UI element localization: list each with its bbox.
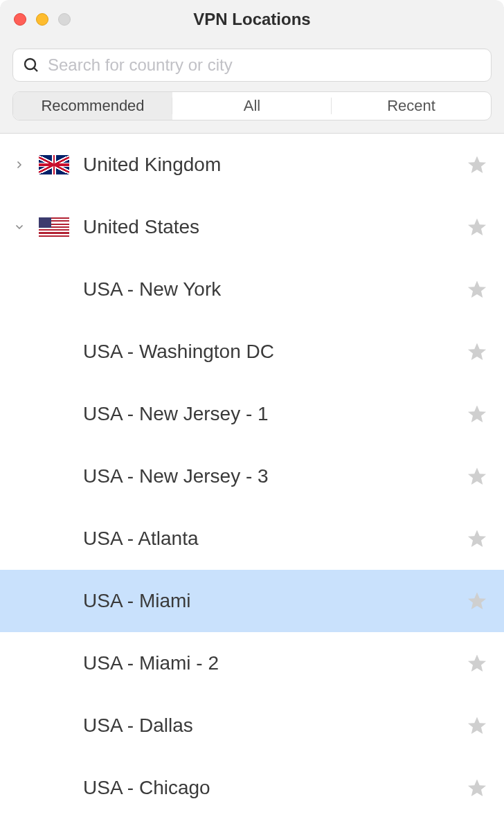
window-minimize-button[interactable] xyxy=(36,13,48,26)
location-label: USA - Miami xyxy=(76,590,460,612)
location-label: USA - Washington DC xyxy=(76,341,460,363)
svg-marker-8 xyxy=(468,530,486,547)
flag-us-icon xyxy=(39,217,69,237)
star-icon[interactable] xyxy=(467,404,487,424)
location-row-new-jersey-1[interactable]: USA - New Jersey - 1 xyxy=(0,383,504,445)
tab-label: All xyxy=(244,97,260,115)
location-row-miami[interactable]: USA - Miami xyxy=(0,570,504,632)
location-label: USA - Atlanta xyxy=(76,528,460,550)
svg-marker-3 xyxy=(468,219,486,235)
window-maximize-button[interactable] xyxy=(58,13,71,26)
star-icon[interactable] xyxy=(467,217,487,237)
tab-recommended[interactable]: Recommended xyxy=(13,92,172,120)
tab-recent[interactable]: Recent xyxy=(332,92,491,120)
star-icon[interactable] xyxy=(467,778,487,798)
search-icon xyxy=(23,57,39,73)
tab-all[interactable]: All xyxy=(172,92,332,120)
search-input[interactable] xyxy=(48,55,481,75)
titlebar: VPN Locations xyxy=(0,0,504,39)
svg-line-1 xyxy=(34,68,37,71)
location-label: USA - New Jersey - 1 xyxy=(76,403,460,425)
location-row-united-states[interactable]: United States xyxy=(0,196,504,258)
tab-label: Recommended xyxy=(41,97,144,115)
search-field[interactable] xyxy=(12,48,492,82)
window-controls xyxy=(14,13,71,26)
location-label: United Kingdom xyxy=(76,154,460,176)
tab-label: Recent xyxy=(387,97,435,115)
location-row-new-york[interactable]: USA - New York xyxy=(0,258,504,321)
location-label: USA - New York xyxy=(76,278,460,300)
star-icon[interactable] xyxy=(467,653,487,674)
location-list: United Kingdom United States USA - New Y… xyxy=(0,134,504,819)
flag-uk-icon xyxy=(39,155,69,174)
location-row-chicago[interactable]: USA - Chicago xyxy=(0,757,504,819)
location-row-miami-2[interactable]: USA - Miami - 2 xyxy=(0,632,504,694)
location-row-atlanta[interactable]: USA - Atlanta xyxy=(0,508,504,570)
location-row-new-jersey-3[interactable]: USA - New Jersey - 3 xyxy=(0,445,504,508)
star-icon[interactable] xyxy=(467,466,487,487)
svg-marker-6 xyxy=(468,406,486,422)
svg-point-0 xyxy=(25,59,35,69)
svg-marker-9 xyxy=(468,593,486,609)
star-icon[interactable] xyxy=(467,591,487,611)
star-icon[interactable] xyxy=(467,715,487,736)
location-label: United States xyxy=(76,216,460,238)
svg-marker-4 xyxy=(468,281,486,298)
star-icon[interactable] xyxy=(467,528,487,549)
star-icon[interactable] xyxy=(467,154,487,175)
location-label: USA - Chicago xyxy=(76,777,460,799)
svg-marker-11 xyxy=(468,717,486,734)
location-row-washington-dc[interactable]: USA - Washington DC xyxy=(0,321,504,383)
window-close-button[interactable] xyxy=(14,13,26,26)
tabs: Recommended All Recent xyxy=(12,91,492,120)
svg-marker-5 xyxy=(468,343,486,360)
toolbar: Recommended All Recent xyxy=(0,39,504,134)
location-label: USA - New Jersey - 3 xyxy=(76,465,460,487)
star-icon[interactable] xyxy=(467,341,487,362)
location-label: USA - Miami - 2 xyxy=(76,652,460,674)
chevron-down-icon xyxy=(14,222,25,233)
svg-marker-7 xyxy=(468,468,486,485)
chevron-right-icon xyxy=(14,159,25,170)
svg-marker-10 xyxy=(468,655,486,672)
window-title: VPN Locations xyxy=(0,10,504,29)
location-row-dallas[interactable]: USA - Dallas xyxy=(0,694,504,757)
svg-marker-2 xyxy=(468,156,486,173)
location-label: USA - Dallas xyxy=(76,715,460,737)
star-icon[interactable] xyxy=(467,279,487,300)
svg-marker-12 xyxy=(468,780,486,796)
location-row-united-kingdom[interactable]: United Kingdom xyxy=(0,134,504,196)
